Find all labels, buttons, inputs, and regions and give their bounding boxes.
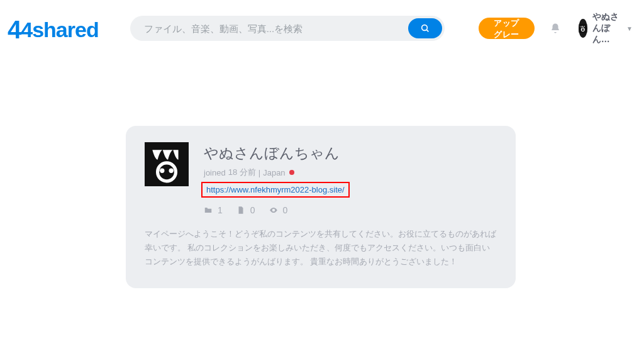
profile-display-name: やぬさんぼんちゃん (204, 143, 497, 163)
profile-description: マイページへようこそ！どうぞ私のコンテンツを共有してください。お役に立てるものが… (145, 228, 497, 269)
joined-prefix: joined (204, 168, 226, 177)
avatar (579, 19, 587, 38)
svg-point-9 (169, 169, 174, 173)
svg-line-1 (426, 30, 428, 31)
stat-folders-value: 1 (218, 205, 223, 215)
user-menu[interactable]: やぬさんぼん… ▼ (579, 11, 633, 45)
bell-icon (550, 23, 561, 34)
search-bar[interactable] (130, 16, 445, 41)
profile-meta: joined 18 分前 | Japan (204, 167, 497, 178)
notifications-button[interactable] (550, 23, 561, 34)
upgrade-button[interactable]: アップグレード (479, 18, 535, 39)
profile-website-link[interactable]: https://www.nfekhmyrm2022-blog.site/ (201, 182, 350, 198)
profile-location: Japan (263, 168, 285, 177)
meta-sep: | (258, 168, 260, 177)
svg-point-4 (582, 29, 582, 30)
logo[interactable]: 44shared (4, 14, 124, 43)
logo-text: 4shared (21, 18, 98, 42)
svg-point-5 (583, 29, 584, 30)
user-name-label: やぬさんぼん… (592, 11, 620, 45)
stat-files-value: 0 (250, 205, 255, 215)
profile-panel: やぬさんぼんちゃん joined 18 分前 | Japan https://w… (126, 126, 516, 288)
svg-point-0 (421, 25, 427, 31)
search-icon (420, 23, 430, 33)
stat-views: 0 (269, 205, 288, 215)
stat-files: 0 (236, 205, 255, 215)
stat-folders: 1 (204, 205, 223, 215)
avatar-icon (579, 19, 587, 38)
header: 44shared アップグレード やぬさんぼん… ▼ (0, 0, 644, 49)
eye-icon (269, 206, 278, 215)
joined-time: 18 分前 (228, 167, 256, 178)
folder-icon (204, 206, 213, 215)
stat-views-value: 0 (283, 205, 288, 215)
search-button[interactable] (408, 18, 442, 38)
search-input[interactable] (130, 23, 445, 34)
file-icon (236, 206, 245, 215)
chevron-down-icon: ▼ (626, 25, 633, 32)
profile-stats: 1 0 0 (204, 205, 497, 215)
flag-jp-icon (289, 170, 294, 175)
avatar-icon (146, 143, 187, 185)
profile-avatar (145, 142, 189, 186)
svg-point-8 (160, 169, 164, 173)
